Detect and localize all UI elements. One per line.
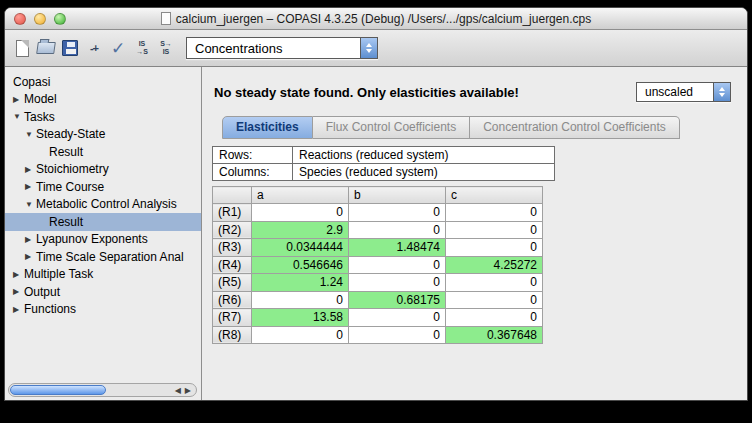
value-cell[interactable]: 2.9 (252, 221, 349, 239)
corner-header-cell[interactable] (213, 187, 252, 204)
row-header-r4[interactable]: (R4) (213, 256, 252, 274)
sidebar-item-label: Output (24, 285, 60, 299)
scale-combobox-value: unscaled (637, 83, 713, 101)
sidebar-item-label: Time Scale Separation Anal (36, 250, 184, 264)
value-cell[interactable]: 0 (446, 274, 543, 292)
value-cell[interactable]: 0 (446, 204, 543, 222)
expand-arrow-icon[interactable]: ▶ (25, 252, 36, 261)
expand-arrow-icon[interactable]: ▶ (13, 270, 24, 279)
value-cell[interactable]: 1.24 (252, 274, 349, 292)
row-header-r3[interactable]: (R3) (213, 239, 252, 257)
value-cell[interactable]: 1.48474 (349, 239, 446, 257)
sidebar-item-label: Result (49, 145, 83, 159)
value-cell[interactable]: 0.0344444 (252, 239, 349, 257)
value-cell[interactable]: 0 (349, 274, 446, 292)
scroll-right-icon[interactable]: ▶ (185, 385, 191, 396)
expand-arrow-icon[interactable]: ▶ (13, 287, 24, 296)
sidebar-item-result[interactable]: Result (5, 213, 201, 231)
expand-arrow-icon[interactable]: ▶ (13, 305, 24, 314)
row-header-r2[interactable]: (R2) (213, 221, 252, 239)
header-row: abc (213, 187, 543, 204)
expand-arrow-icon[interactable]: ▶ (25, 235, 36, 244)
expand-arrow-icon[interactable]: ▶ (25, 165, 36, 174)
task-combobox[interactable]: Concentrations (186, 37, 378, 59)
is-to-s-icon[interactable]: IS →S (130, 34, 154, 62)
sidebar-item-label: Tasks (24, 110, 55, 124)
info-value: Reactions (reduced system) (293, 147, 555, 164)
value-cell[interactable]: 0 (446, 221, 543, 239)
is-to-s-icon: IS →S (136, 40, 148, 56)
value-cell[interactable]: 0 (349, 326, 446, 344)
value-cell[interactable]: 0 (349, 309, 446, 327)
row-header-r6[interactable]: (R6) (213, 291, 252, 309)
sidebar-item-functions[interactable]: ▶Functions (5, 301, 201, 319)
expand-arrow-icon[interactable]: ▶ (13, 95, 24, 104)
open-file-icon[interactable] (34, 34, 58, 62)
table-row: (R6)00.681750 (213, 291, 543, 309)
sidebar-item-label: Model (24, 92, 57, 106)
check-model-icon[interactable]: ✓ (106, 34, 130, 62)
combobox-stepper-icon[interactable] (713, 83, 730, 101)
value-cell[interactable]: 0 (446, 309, 543, 327)
sidebar-item-time-scale-separation-anal[interactable]: ▶Time Scale Separation Anal (5, 248, 201, 266)
info-row: Rows:Reactions (reduced system) (213, 147, 555, 164)
info-value: Species (reduced system) (293, 164, 555, 181)
value-cell[interactable]: 4.25272 (446, 256, 543, 274)
scroll-left-icon[interactable]: ◀ (175, 385, 181, 396)
collapse-arrow-icon[interactable]: ▼ (25, 200, 36, 209)
tab-concentration-control-coefficients[interactable]: Concentration Control Coefficients (470, 116, 680, 139)
value-cell[interactable]: 0 (252, 326, 349, 344)
scale-combobox[interactable]: unscaled (636, 82, 731, 102)
new-file-icon[interactable] (10, 34, 34, 62)
titlebar[interactable]: calcium_juergen – COPASI 4.3.25 (Debug) … (5, 8, 747, 30)
sidebar-item-stoichiometry[interactable]: ▶Stoichiometry (5, 161, 201, 179)
info-row: Columns:Species (reduced system) (213, 164, 555, 181)
column-header-c[interactable]: c (446, 187, 543, 204)
row-header-r5[interactable]: (R5) (213, 274, 252, 292)
sidebar-item-metabolic-control-analysis[interactable]: ▼Metabolic Control Analysis (5, 196, 201, 214)
value-cell[interactable]: 0.367648 (446, 326, 543, 344)
collapse-arrow-icon[interactable]: ▼ (13, 112, 24, 121)
combobox-stepper-icon[interactable] (360, 38, 377, 58)
save-file-icon[interactable] (58, 34, 82, 62)
sidebar-item-tasks[interactable]: ▼Tasks (5, 108, 201, 126)
slider-tool-icon[interactable]: -+ (82, 34, 106, 62)
sidebar-item-time-course[interactable]: ▶Time Course (5, 178, 201, 196)
sidebar-item-lyapunov-exponents[interactable]: ▶Lyapunov Exponents (5, 231, 201, 249)
value-cell[interactable]: 13.58 (252, 309, 349, 327)
expand-arrow-icon[interactable]: ▶ (25, 182, 36, 191)
status-message: No steady state found. Only elasticities… (214, 85, 519, 100)
value-cell[interactable]: 0 (252, 204, 349, 222)
value-cell[interactable]: 0 (446, 239, 543, 257)
sidebar-item-steady-state[interactable]: ▼Steady-State (5, 126, 201, 144)
column-header-b[interactable]: b (349, 187, 446, 204)
value-cell[interactable]: 0 (349, 256, 446, 274)
value-cell[interactable]: 0 (252, 291, 349, 309)
value-cell[interactable]: 0 (349, 204, 446, 222)
collapse-arrow-icon[interactable]: ▼ (25, 130, 36, 139)
sidebar-item-output[interactable]: ▶Output (5, 283, 201, 301)
value-cell[interactable]: 0.68175 (349, 291, 446, 309)
info-key: Columns: (213, 164, 293, 181)
value-cell[interactable]: 0 (349, 221, 446, 239)
sidebar-item-label: Multiple Task (24, 267, 93, 281)
axes-info-table: Rows:Reactions (reduced system)Columns:S… (212, 146, 555, 181)
sidebar-horizontal-scrollbar[interactable]: ◀▶ (8, 383, 197, 397)
sidebar-item-result[interactable]: Result (5, 143, 201, 161)
scrollbar-thumb[interactable] (10, 385, 106, 395)
sidebar-item-copasi[interactable]: Copasi (5, 73, 201, 91)
value-cell[interactable]: 0.546646 (252, 256, 349, 274)
tab-flux-control-coefficients[interactable]: Flux Control Coefficients (313, 116, 471, 139)
sidebar-item-model[interactable]: ▶Model (5, 91, 201, 109)
tab-elasticities[interactable]: Elasticities (222, 116, 313, 139)
value-cell[interactable]: 0 (446, 291, 543, 309)
row-header-r7[interactable]: (R7) (213, 309, 252, 327)
app-window: calcium_juergen – COPASI 4.3.25 (Debug) … (4, 7, 748, 401)
column-header-a[interactable]: a (252, 187, 349, 204)
s-to-is-icon[interactable]: S→ IS (154, 34, 178, 62)
status-row: No steady state found. Only elasticities… (212, 81, 735, 103)
check-model-icon: ✓ (111, 40, 125, 57)
sidebar-item-multiple-task[interactable]: ▶Multiple Task (5, 266, 201, 284)
row-header-r8[interactable]: (R8) (213, 326, 252, 344)
row-header-r1[interactable]: (R1) (213, 204, 252, 222)
